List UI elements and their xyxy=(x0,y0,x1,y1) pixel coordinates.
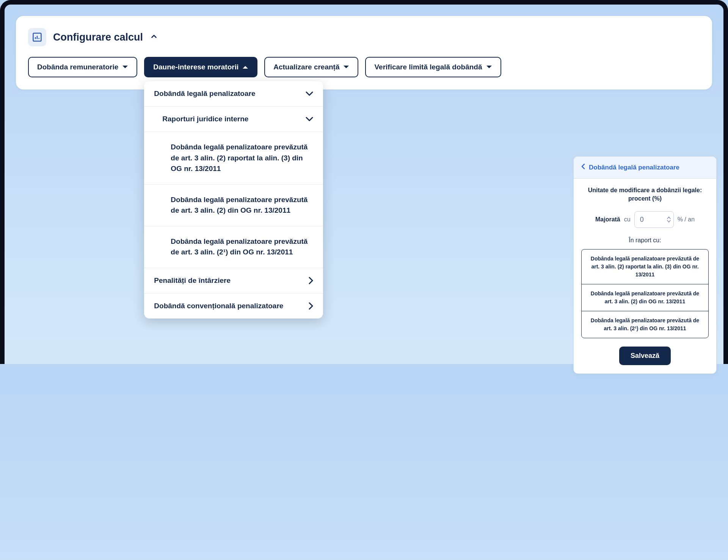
chip-label: Verificare limită legală dobândă xyxy=(374,63,482,71)
caret-down-icon xyxy=(486,65,492,69)
dd-label: Penalități de întârziere xyxy=(154,276,231,285)
chip-label: Actualizare creanță xyxy=(273,63,339,71)
input-row: Majorată cu % / an xyxy=(581,211,709,228)
dd-label: Dobândă convențională penalizatoare xyxy=(154,302,283,310)
dd-item-option-1[interactable]: Dobânda legală penalizatoare prevăzută d… xyxy=(144,132,323,185)
majorata-label: Majorată xyxy=(595,216,620,223)
chip-label: Dobânda remuneratorie xyxy=(37,63,118,71)
chip-dobanda-remuneratorie[interactable]: Dobânda remuneratorie xyxy=(28,57,137,77)
option-1[interactable]: Dobânda legală penalizatoare prevăzută d… xyxy=(582,249,708,284)
cu-label: cu xyxy=(624,216,631,223)
step-down-icon[interactable] xyxy=(667,220,671,223)
dd-label: Dobândă legală penalizatoare xyxy=(154,89,255,98)
chevron-right-icon xyxy=(309,302,313,310)
dd-label: Dobânda legală penalizatoare prevăzută d… xyxy=(171,236,313,258)
dd-item-dobanda-legala[interactable]: Dobândă legală penalizatoare xyxy=(144,81,323,107)
card-title: Configurare calcul xyxy=(53,31,143,43)
caret-down-icon xyxy=(343,65,349,69)
chevron-down-icon xyxy=(306,117,313,121)
config-card: Configurare calcul Dobânda remuneratorie… xyxy=(16,16,712,89)
option-list: Dobânda legală penalizatoare prevăzută d… xyxy=(581,249,709,338)
dd-label: Dobânda legală penalizatoare prevăzută d… xyxy=(171,142,313,174)
card-header: Configurare calcul xyxy=(28,28,700,46)
unit-value: procent (%) xyxy=(581,195,709,202)
unit-label: Unitate de modificare a dobânzii legale: xyxy=(581,187,709,194)
chart-icon xyxy=(28,28,46,46)
chip-row: Dobânda remuneratorie Daune-interese mor… xyxy=(28,57,700,77)
unit-suffix: % / an xyxy=(678,216,695,223)
panel-body: Unitate de modificare a dobânzii legale:… xyxy=(574,179,716,364)
chevron-left-icon xyxy=(581,163,585,171)
dd-item-raporturi[interactable]: Raporturi juridice interne xyxy=(144,107,323,132)
dd-item-conventionala[interactable]: Dobândă convențională penalizatoare xyxy=(144,293,323,318)
dd-item-penalitati[interactable]: Penalități de întârziere xyxy=(144,268,323,293)
option-3[interactable]: Dobânda legală penalizatoare prevăzută d… xyxy=(582,311,708,338)
option-2[interactable]: Dobânda legală penalizatoare prevăzută d… xyxy=(582,284,708,311)
side-panel: Dobândă legală penalizatoare Unitate de … xyxy=(573,156,717,364)
collapse-toggle[interactable] xyxy=(150,32,158,42)
caret-down-icon xyxy=(122,65,128,69)
save-button[interactable]: Salvează xyxy=(619,347,671,364)
dd-item-option-2[interactable]: Dobânda legală penalizatoare prevăzută d… xyxy=(144,185,323,226)
raport-label: În raport cu: xyxy=(581,237,709,244)
dd-label: Raporturi juridice interne xyxy=(162,115,248,123)
panel-back[interactable]: Dobândă legală penalizatoare xyxy=(574,157,716,179)
chip-daune-interese[interactable]: Daune-interese moratorii xyxy=(144,57,257,77)
dd-item-option-3[interactable]: Dobânda legală penalizatoare prevăzută d… xyxy=(144,226,323,268)
chevron-right-icon xyxy=(309,277,313,284)
chip-verificare[interactable]: Verificare limită legală dobândă xyxy=(365,57,501,77)
step-up-icon[interactable] xyxy=(667,216,671,219)
chip-actualizare[interactable]: Actualizare creanță xyxy=(264,57,358,77)
dropdown-menu: Dobândă legală penalizatoare Raporturi j… xyxy=(144,81,323,318)
stepper xyxy=(667,216,671,223)
caret-up-icon xyxy=(242,65,248,69)
chevron-down-icon xyxy=(306,91,313,96)
chip-label: Daune-interese moratorii xyxy=(153,63,238,71)
panel-back-label: Dobândă legală penalizatoare xyxy=(589,164,679,171)
dd-label: Dobânda legală penalizatoare prevăzută d… xyxy=(171,195,313,216)
